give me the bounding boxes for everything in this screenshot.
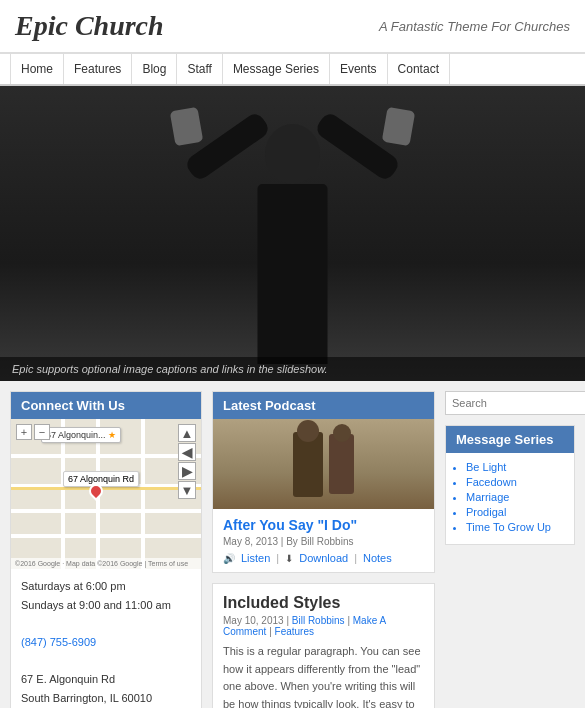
map-road-yellow xyxy=(11,487,201,490)
listen-link[interactable]: Listen xyxy=(241,552,270,564)
map-up-button[interactable]: ▲ xyxy=(178,424,196,442)
map-road xyxy=(141,419,145,569)
connect-widget: Connect With Us 67 Algonquin... ★ xyxy=(10,391,202,708)
hero-caption: Epic supports optional image captions an… xyxy=(0,357,585,381)
connect-info: Saturdays at 6:00 pm Sundays at 9:00 and… xyxy=(11,569,201,708)
styles-date: May 10, 2013 xyxy=(223,615,284,626)
series-item-be-light[interactable]: Be Light xyxy=(466,461,564,473)
nav-home[interactable]: Home xyxy=(10,54,64,84)
phone-link[interactable]: (847) 755-6909 xyxy=(21,636,96,648)
map-road xyxy=(11,454,201,458)
message-series-list: Be Light Facedown Marriage Prodigal Time… xyxy=(446,453,574,544)
styles-category-link[interactable]: Features xyxy=(275,626,314,637)
nav-message-series[interactable]: Message Series xyxy=(223,54,330,84)
map-nav-controls: ▲ ◀ ▶ ▼ xyxy=(178,424,196,499)
series-item-time-to-grow[interactable]: Time To Grow Up xyxy=(466,521,564,533)
map-area[interactable]: 67 Algonquin... ★ 67 Algonquin Rd + − ▲ … xyxy=(11,419,201,569)
middle-column: Latest Podcast After You Say "I Do" May … xyxy=(212,391,435,708)
map-road xyxy=(11,534,201,538)
series-item-marriage[interactable]: Marriage xyxy=(466,491,564,503)
map-down-button[interactable]: ▼ xyxy=(178,481,196,499)
podcast-image xyxy=(213,419,434,509)
map-left-button[interactable]: ◀ xyxy=(178,443,196,461)
separator: | xyxy=(354,552,357,564)
map-address-label: 67 Algonquin... ★ xyxy=(41,427,121,443)
hero-section: Epic supports optional image captions an… xyxy=(0,86,585,381)
nav-blog[interactable]: Blog xyxy=(132,54,177,84)
site-tagline: A Fantastic Theme For Churches xyxy=(379,19,570,34)
zoom-in-button[interactable]: + xyxy=(16,424,32,440)
message-series-widget: Message Series Be Light Facedown Marriag… xyxy=(445,425,575,545)
zoom-out-button[interactable]: − xyxy=(34,424,50,440)
map-copyright: ©2016 Google · Map data ©2016 Google | T… xyxy=(11,558,201,569)
person-body xyxy=(258,184,328,364)
download-link[interactable]: Download xyxy=(299,552,348,564)
site-logo[interactable]: Epic Church xyxy=(15,10,164,42)
address-short-text: 67 Algonquin... xyxy=(46,430,106,440)
styles-body-text: This is a regular paragraph. You can see… xyxy=(223,645,421,708)
star-icon: ★ xyxy=(108,430,116,440)
map-road xyxy=(11,509,201,513)
person-figure xyxy=(213,104,373,364)
styles-heading: Included Styles xyxy=(223,594,424,612)
map-popup-label: 67 Algonquin Rd xyxy=(63,471,139,487)
hand-right xyxy=(382,106,416,145)
nav-events[interactable]: Events xyxy=(330,54,388,84)
main-content: Connect With Us 67 Algonquin... ★ xyxy=(0,381,585,708)
hero-image xyxy=(0,86,585,381)
map-zoom-controls: + − xyxy=(16,424,50,440)
download-icon: ⬇ xyxy=(285,553,293,564)
notes-link[interactable]: Notes xyxy=(363,552,392,564)
nav-contact[interactable]: Contact xyxy=(388,54,450,84)
styles-meta: May 10, 2013 | Bill Robbins | Make A Com… xyxy=(223,615,424,637)
message-series-title: Message Series xyxy=(446,426,574,453)
series-item-prodigal[interactable]: Prodigal xyxy=(466,506,564,518)
series-item-facedown[interactable]: Facedown xyxy=(466,476,564,488)
podcast-episode-title[interactable]: After You Say "I Do" xyxy=(223,517,424,533)
podcast-title: Latest Podcast xyxy=(213,392,434,419)
connect-title: Connect With Us xyxy=(11,392,201,419)
podcast-links: 🔊 Listen | ⬇ Download | Notes xyxy=(223,552,424,564)
left-column: Connect With Us 67 Algonquin... ★ xyxy=(10,391,202,708)
search-widget: Search xyxy=(445,391,575,415)
person-head xyxy=(265,124,320,184)
podcast-meta: May 8, 2013 | By Bill Robbins xyxy=(223,536,424,547)
main-nav: Home Features Blog Staff Message Series … xyxy=(0,53,585,86)
podcast-couple-image xyxy=(213,419,434,509)
address-line2: South Barrington, IL 60010 xyxy=(21,689,191,708)
figure-left xyxy=(293,432,323,497)
address-line1: 67 E. Algonquin Rd xyxy=(21,670,191,689)
figure-head-left xyxy=(297,420,319,442)
listen-icon: 🔊 xyxy=(223,553,235,564)
podcast-content: After You Say "I Do" May 8, 2013 | By Bi… xyxy=(213,509,434,572)
podcast-widget: Latest Podcast After You Say "I Do" May … xyxy=(212,391,435,573)
right-column: Search Message Series Be Light Facedown … xyxy=(445,391,575,708)
map-background: 67 Algonquin... ★ 67 Algonquin Rd xyxy=(11,419,201,569)
search-input[interactable] xyxy=(445,391,585,415)
nav-features[interactable]: Features xyxy=(64,54,132,84)
styles-body: This is a regular paragraph. You can see… xyxy=(223,643,424,708)
schedule-line1: Saturdays at 6:00 pm xyxy=(21,577,191,596)
figure-head-right xyxy=(333,424,351,442)
map-right-button[interactable]: ▶ xyxy=(178,462,196,480)
styles-widget: Included Styles May 10, 2013 | Bill Robb… xyxy=(212,583,435,708)
separator: | xyxy=(276,552,279,564)
schedule-line2: Sundays at 9:00 and 11:00 am xyxy=(21,596,191,615)
hand-left xyxy=(170,106,204,145)
figure-right xyxy=(329,434,354,494)
nav-staff[interactable]: Staff xyxy=(177,54,222,84)
site-header: Epic Church A Fantastic Theme For Church… xyxy=(0,0,585,53)
styles-author-link[interactable]: Bill Robbins xyxy=(292,615,345,626)
